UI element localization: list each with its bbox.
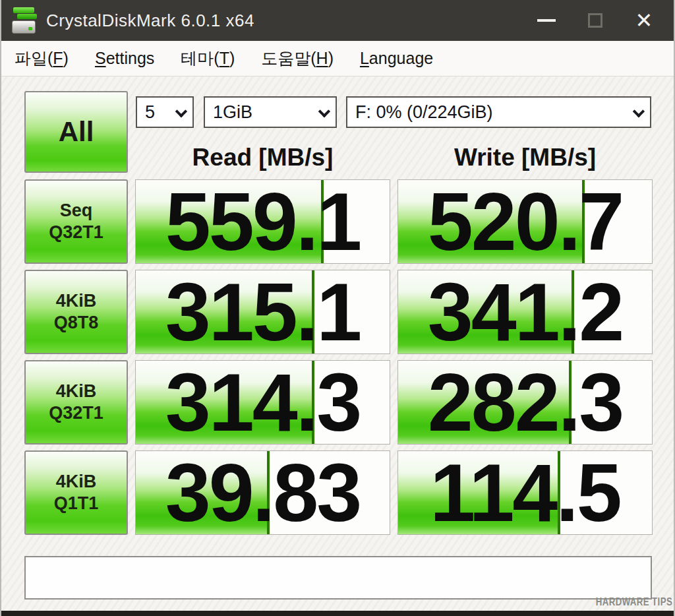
test-size-select[interactable]: 1GiB — [204, 96, 337, 128]
minimize-button[interactable] — [522, 0, 571, 41]
window-title: CrystalDiskMark 6.0.1 x64 — [46, 11, 254, 31]
write-column-header: Write [MB/s] — [397, 144, 653, 171]
write-value: 341.2 — [398, 270, 652, 354]
read-result-cell: 39.83 — [135, 450, 390, 535]
write-result-cell: 282.3 — [397, 360, 653, 445]
window-bottom-edge — [0, 611, 675, 616]
test-button-4kib-q8t8[interactable]: 4KiB Q8T8 — [24, 270, 128, 354]
read-value: 559.1 — [136, 180, 390, 263]
app-disk-icon — [11, 6, 38, 35]
write-value: 114.5 — [398, 451, 652, 534]
run-all-button[interactable]: All — [24, 91, 128, 173]
maximize-icon — [588, 13, 602, 28]
read-result-cell: 559.1 — [135, 179, 390, 264]
close-button[interactable]: ✕ — [620, 0, 668, 41]
run-all-label: All — [59, 116, 94, 148]
test-size-value: 1GiB — [213, 102, 252, 123]
target-drive-select[interactable]: F: 0% (0/224GiB) — [346, 96, 651, 128]
menu-file[interactable]: 파일(F) — [1, 41, 82, 76]
chevron-down-icon — [318, 106, 330, 117]
maximize-button[interactable] — [571, 0, 620, 41]
target-drive-value: F: 0% (0/224GiB) — [355, 102, 493, 123]
menu-theme[interactable]: 테마(T) — [167, 41, 248, 76]
menu-bar: 파일(F) Settings 테마(T) 도움말(H) Language — [1, 41, 674, 77]
menu-help[interactable]: 도움말(H) — [248, 41, 347, 76]
write-result-cell: 520.7 — [397, 179, 653, 264]
chevron-down-icon — [633, 106, 645, 117]
write-value: 282.3 — [398, 361, 652, 444]
read-value: 315.1 — [136, 270, 390, 354]
watermark-text: HARDWARE TIPS — [596, 596, 672, 609]
app-window: CrystalDiskMark 6.0.1 x64 ✕ 파일(F) Settin… — [0, 0, 675, 616]
read-column-header: Read [MB/s] — [135, 144, 390, 171]
title-bar: CrystalDiskMark 6.0.1 x64 ✕ — [0, 0, 675, 41]
menu-settings[interactable]: Settings — [82, 41, 167, 76]
read-result-cell: 315.1 — [135, 270, 390, 354]
write-result-cell: 341.2 — [397, 270, 653, 354]
test-button-seq-q32t1[interactable]: Seq Q32T1 — [24, 179, 128, 264]
read-value: 314.3 — [136, 361, 390, 444]
write-result-cell: 114.5 — [397, 450, 653, 535]
minimize-icon — [537, 19, 556, 22]
test-count-value: 5 — [145, 102, 155, 123]
test-button-4kib-q1t1[interactable]: 4KiB Q1T1 — [24, 450, 128, 535]
chevron-down-icon — [175, 106, 187, 117]
read-value: 39.83 — [136, 451, 390, 534]
read-result-cell: 314.3 — [135, 360, 390, 445]
test-count-select[interactable]: 5 — [136, 96, 194, 128]
comment-input[interactable] — [24, 556, 652, 600]
write-value: 520.7 — [398, 180, 652, 263]
test-button-4kib-q32t1[interactable]: 4KiB Q32T1 — [24, 360, 128, 445]
close-icon: ✕ — [635, 10, 653, 31]
menu-language[interactable]: Language — [347, 41, 446, 76]
